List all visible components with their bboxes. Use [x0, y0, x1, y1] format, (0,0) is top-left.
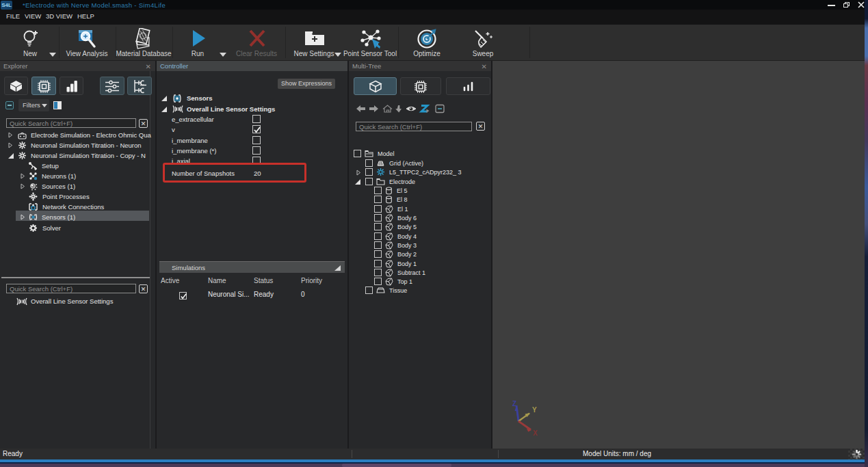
svg-text:X: X	[533, 429, 538, 437]
svg-text:Y: Y	[532, 406, 537, 414]
svg-text:Z: Z	[512, 400, 516, 408]
